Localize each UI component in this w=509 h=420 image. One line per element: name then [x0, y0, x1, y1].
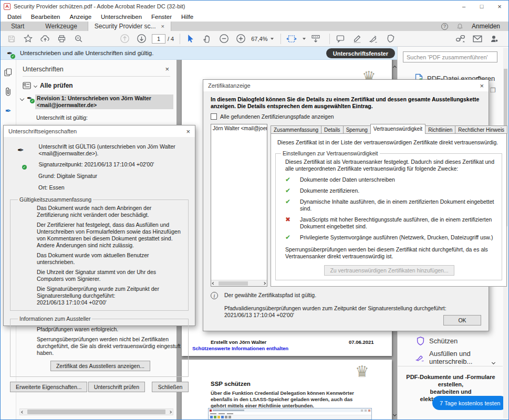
- fill-sign-icon[interactable]: [367, 33, 380, 45]
- minimize-button[interactable]: [455, 1, 473, 12]
- signatures-panel-close-icon[interactable]: [165, 65, 169, 73]
- search-icon[interactable]: [72, 33, 85, 45]
- email-icon[interactable]: [471, 33, 484, 45]
- maximize-button[interactable]: [473, 1, 491, 12]
- previous-page-icon[interactable]: [118, 33, 131, 45]
- fill-sign-collapse-fragment[interactable]: [492, 358, 495, 365]
- menu-datei[interactable]: Datei: [3, 14, 26, 20]
- signature-valid-label: Unterschrift ist gültig:: [16, 109, 176, 121]
- trust-item: Dokumente oder Daten unterschreiben: [300, 176, 395, 183]
- validity-summary-title: Gültigkeitszusammenfassung: [18, 196, 93, 203]
- menu-bearbeiten[interactable]: Bearbeiten: [26, 14, 65, 20]
- certificate-list-item[interactable]: Jörn Walter <mail@joernwalt: [211, 124, 267, 132]
- star-icon[interactable]: [22, 33, 35, 45]
- protect-row[interactable]: Schützen: [398, 334, 503, 347]
- show-issuer-certificate-button[interactable]: Zertifikat des Ausstellers anzeigen...: [50, 361, 150, 371]
- options-dropdown-icon[interactable]: [34, 83, 37, 87]
- page-display-icon[interactable]: [309, 33, 322, 45]
- tab-werkzeuge[interactable]: Werkzeuge: [35, 22, 87, 31]
- crown-image: ♛: [355, 364, 369, 380]
- signature-timestamp: Signaturzeitpunkt: 2021/06/13 17:10:04 +…: [39, 161, 188, 168]
- free-trial-button[interactable]: 7 Tage kostenlos testen: [432, 396, 507, 410]
- menu-unterschreiben[interactable]: Unterschreiben: [96, 14, 147, 20]
- document-scroll-down[interactable]: [393, 408, 396, 418]
- help-icon[interactable]: [441, 23, 448, 30]
- fit-dropdown-icon[interactable]: [303, 38, 306, 40]
- verify-signature-button[interactable]: Unterschrift prüfen: [88, 382, 145, 392]
- trust-item: Privilegierte Systemvorgänge ausführen (…: [300, 234, 493, 241]
- export-thumbnail-fragment: ❐: [490, 87, 496, 94]
- page-thumbnails-icon[interactable]: [4, 68, 12, 77]
- tools-search-input[interactable]: [403, 51, 497, 62]
- document-scroll-up[interactable]: [393, 61, 396, 71]
- print-icon[interactable]: [55, 33, 68, 45]
- properties-dialog-close-icon[interactable]: [186, 128, 190, 135]
- tab-document-label: Security Provider sc...: [95, 23, 156, 30]
- highlight-icon[interactable]: [350, 33, 363, 45]
- signatures-panel-icon[interactable]: ✒: [5, 107, 12, 115]
- zoom-in-icon[interactable]: [234, 33, 247, 45]
- doc-heading: SSP schützen: [211, 381, 251, 387]
- scroll-right-icon[interactable]: [263, 282, 266, 285]
- ok-button[interactable]: OK: [443, 315, 481, 326]
- scrollbar-thumb[interactable]: [27, 410, 165, 414]
- comment-icon[interactable]: [334, 33, 347, 45]
- tab-document[interactable]: Security Provider sc... ×: [88, 22, 171, 31]
- tab-vertrauenswuerdigkeit[interactable]: Vertrauenswürdigkeit: [370, 124, 425, 134]
- add-to-trusted-button[interactable]: Zu vertrauenswürdigen Zertifikaten hinzu…: [324, 265, 454, 276]
- doc-date: 07.06.2021: [349, 339, 374, 345]
- select-tool-icon[interactable]: [184, 33, 197, 45]
- close-dialog-button[interactable]: Schließen: [152, 382, 189, 392]
- tab-zusammenfassung[interactable]: Zusammenfassung: [271, 125, 321, 134]
- zoom-level-label[interactable]: 67,4%: [251, 36, 267, 42]
- account-icon[interactable]: [487, 33, 501, 45]
- tab-start[interactable]: Start: [1, 22, 35, 31]
- tab-richtlinien[interactable]: Richtlinien: [425, 125, 455, 134]
- collapse-revision-icon[interactable]: [20, 97, 24, 101]
- validity-item: Die Signaturüberprüfung wurde zum Zeitpu…: [37, 286, 183, 299]
- signature-properties-dialog: Unterschriftseigenschaften ✒✓ Unterschri…: [3, 125, 195, 326]
- certificate-list-hscrollbar[interactable]: [211, 280, 267, 286]
- scrollbar-thumb[interactable]: [219, 281, 248, 286]
- zoom-dropdown-icon[interactable]: [271, 38, 274, 40]
- zoom-out-icon[interactable]: [217, 33, 231, 45]
- hand-tool-icon[interactable]: [201, 33, 214, 45]
- page-total-label: / 4: [168, 36, 174, 42]
- verify-all-label: Alle prüfen: [40, 82, 73, 89]
- verify-all-row[interactable]: Alle prüfen: [16, 77, 176, 93]
- fit-width-icon[interactable]: [285, 33, 298, 45]
- tab-close-icon[interactable]: ×: [161, 23, 164, 29]
- signature-location: Ort: Essen: [38, 184, 195, 191]
- signature-panel-button[interactable]: Unterschriftsfenster: [326, 48, 395, 58]
- scroll-left-icon[interactable]: [213, 282, 215, 285]
- tab-rechtlicher-hinweis[interactable]: Rechtlicher Hinweis: [455, 125, 507, 134]
- tab-sperrung[interactable]: Sperrung: [343, 125, 371, 134]
- tab-details[interactable]: Details: [321, 125, 344, 134]
- doc-paragraph: Über die Funktion Credential Delegation …: [211, 390, 358, 409]
- attachments-icon[interactable]: [5, 87, 12, 96]
- share-link-icon[interactable]: [454, 33, 467, 45]
- save-icon[interactable]: [5, 33, 18, 45]
- bell-icon[interactable]: [456, 23, 463, 30]
- close-button[interactable]: [491, 1, 508, 12]
- menu-fenster[interactable]: Fenster: [147, 14, 176, 20]
- scroll-left-icon[interactable]: [21, 411, 24, 414]
- menu-anzeige[interactable]: Anzeige: [65, 14, 96, 20]
- more-tools-icon[interactable]: [384, 33, 397, 45]
- next-page-icon[interactable]: [135, 33, 148, 45]
- fill-sign-row[interactable]: Ausfüllen und unterschreib...: [398, 351, 503, 364]
- share-upload-icon[interactable]: [38, 33, 51, 45]
- certificate-viewer-dialog: Zertifikatanzeige In diesem Dialogfeld k…: [203, 79, 489, 331]
- advanced-properties-button[interactable]: Erweiterte Eigenschaften...: [10, 382, 87, 392]
- page-number-input[interactable]: [152, 34, 165, 44]
- certificate-tabs: Zusammenfassung Details Sperrung Vertrau…: [271, 124, 507, 134]
- check-icon: [285, 234, 293, 241]
- scroll-right-icon[interactable]: [169, 411, 172, 414]
- show-all-paths-checkbox[interactable]: [211, 113, 217, 120]
- revision-label: Revision 1: Unterschrieben von Jörn Walt…: [35, 94, 173, 109]
- menu-hilfe[interactable]: Hilfe: [176, 14, 198, 20]
- revision-row[interactable]: ✒✓ Revision 1: Unterschrieben von Jörn W…: [16, 93, 176, 109]
- sign-in-button[interactable]: Anmelden: [472, 23, 500, 30]
- certificate-dialog-close-icon[interactable]: [480, 82, 484, 90]
- signatures-panel-hscrollbar[interactable]: [19, 408, 173, 415]
